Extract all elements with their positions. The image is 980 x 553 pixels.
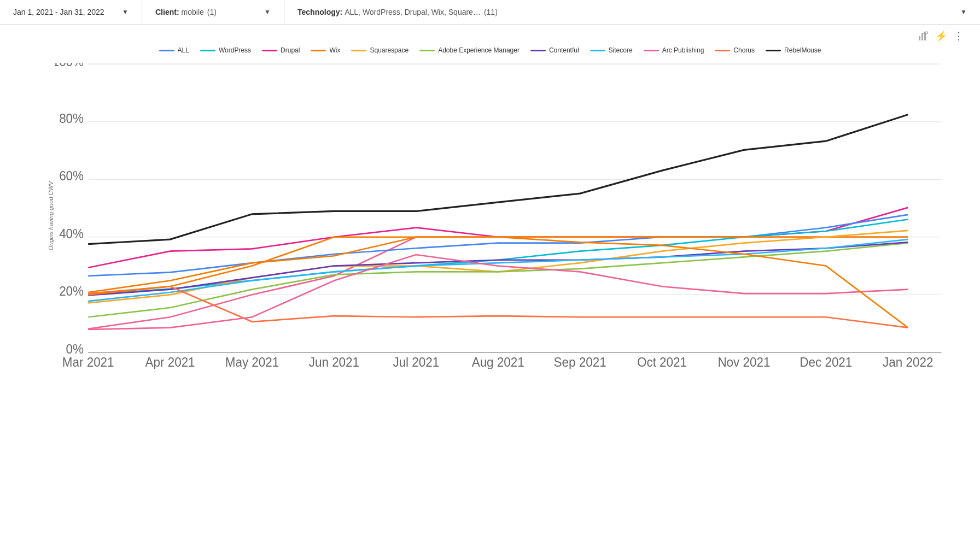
technology-arrow: ▼ [960, 8, 967, 16]
technology-filter[interactable]: Technology: ALL, WordPress, Drupal, Wix,… [284, 0, 980, 24]
svg-text:100%: 100% [55, 63, 84, 69]
technology-label: Technology: [298, 8, 342, 16]
svg-text:Sep 2021: Sep 2021 [554, 355, 606, 369]
legend-color-drupal [262, 50, 277, 51]
svg-text:Mar 2021: Mar 2021 [62, 355, 114, 369]
legend-color-rebelmouse [766, 50, 781, 51]
legend-color-adobeexperiencemanager [419, 50, 435, 51]
svg-text:Jan 2022: Jan 2022 [883, 355, 933, 369]
legend-label-squarespace: Squarespace [370, 46, 409, 54]
svg-text:20%: 20% [59, 284, 84, 299]
legend-color-arcpublishing [644, 50, 659, 51]
svg-text:Dec 2021: Dec 2021 [800, 355, 852, 369]
legend-label-wordpress: WordPress [219, 46, 251, 54]
date-filter[interactable]: Jan 1, 2021 - Jan 31, 2022 ▼ [0, 0, 142, 24]
svg-rect-1 [921, 34, 923, 40]
client-filter[interactable]: Client: mobile (1) ▼ [142, 0, 284, 24]
top-bar: Jan 1, 2021 - Jan 31, 2022 ▼ Client: mob… [0, 0, 980, 25]
squarespace-line [88, 231, 908, 303]
toolbar: ⚡ ⋮ [11, 30, 969, 42]
chart-svg: .axis-text { font-size: 22px; fill: #666… [55, 63, 958, 369]
legend-item-adobeexperiencemanager[interactable]: Adobe Experience Manager [419, 46, 520, 54]
legend-label-all: ALL [178, 46, 189, 54]
y-axis-label: Origins having good CWV [48, 181, 54, 251]
chart-container: ⚡ ⋮ ALLWordPressDrupalWixSquarespaceAdob… [0, 25, 980, 380]
legend-item-drupal[interactable]: Drupal [262, 46, 300, 54]
legend-item-wix[interactable]: Wix [311, 46, 340, 54]
legend-color-contentful [530, 50, 546, 51]
legend-label-rebelmouse: RebelMouse [784, 46, 821, 54]
legend-item-wordpress[interactable]: WordPress [200, 46, 251, 54]
svg-rect-0 [919, 36, 920, 40]
svg-text:60%: 60% [59, 169, 84, 184]
chart-area: Origins having good CWV .axis-text { fon… [55, 63, 958, 369]
svg-text:Apr 2021: Apr 2021 [145, 355, 195, 369]
legend-color-squarespace [351, 50, 366, 51]
arcPublishing-line2 [88, 255, 908, 330]
chorus-line [88, 286, 908, 327]
chart-icon[interactable] [918, 31, 929, 42]
legend-label-arcpublishing: Arc Publishing [662, 46, 704, 54]
svg-point-3 [925, 32, 928, 34]
svg-text:Jul 2021: Jul 2021 [393, 355, 439, 369]
svg-text:May 2021: May 2021 [225, 355, 279, 369]
legend-item-sitecore[interactable]: Sitecore [590, 46, 633, 54]
legend-color-wix [311, 50, 326, 51]
legend-color-sitecore [590, 50, 605, 51]
svg-text:80%: 80% [59, 111, 84, 126]
legend-label-adobeexperiencemanager: Adobe Experience Manager [438, 46, 520, 54]
svg-text:Oct 2021: Oct 2021 [637, 355, 687, 369]
legend-color-all [159, 50, 174, 51]
svg-text:Jun 2021: Jun 2021 [309, 355, 359, 369]
client-count: (1) [207, 8, 217, 16]
legend-item-rebelmouse[interactable]: RebelMouse [766, 46, 821, 54]
legend-label-contentful: Contentful [549, 46, 579, 54]
legend-label-drupal: Drupal [281, 46, 300, 54]
client-value: mobile [182, 8, 204, 16]
date-label: Jan 1, 2021 - Jan 31, 2022 [13, 8, 104, 16]
legend-label-wix: Wix [329, 46, 340, 54]
legend-item-contentful[interactable]: Contentful [530, 46, 579, 54]
legend-item-squarespace[interactable]: Squarespace [351, 46, 409, 54]
legend-label-sitecore: Sitecore [609, 46, 633, 54]
technology-value: ALL, WordPress, Drupal, Wix, Square… [345, 8, 481, 16]
legend-label-chorus: Chorus [733, 46, 755, 54]
legend-item-arcpublishing[interactable]: Arc Publishing [644, 46, 704, 54]
svg-text:40%: 40% [59, 226, 84, 241]
svg-text:Aug 2021: Aug 2021 [472, 355, 524, 369]
technology-count: (11) [484, 8, 498, 16]
client-label: Client: [155, 8, 179, 16]
legend-item-all[interactable]: ALL [159, 46, 189, 54]
lightning-icon[interactable]: ⚡ [935, 30, 947, 42]
svg-text:Nov 2021: Nov 2021 [718, 355, 770, 369]
date-arrow: ▼ [122, 8, 129, 16]
more-options-icon[interactable]: ⋮ [954, 30, 964, 42]
legend-item-chorus[interactable]: Chorus [715, 46, 755, 54]
legend-color-wordpress [200, 50, 215, 51]
all-line [88, 215, 908, 276]
legend-color-chorus [715, 50, 730, 51]
legend: ALLWordPressDrupalWixSquarespaceAdobe Ex… [11, 46, 969, 54]
client-arrow: ▼ [264, 8, 271, 16]
sitecore-line [88, 239, 908, 301]
